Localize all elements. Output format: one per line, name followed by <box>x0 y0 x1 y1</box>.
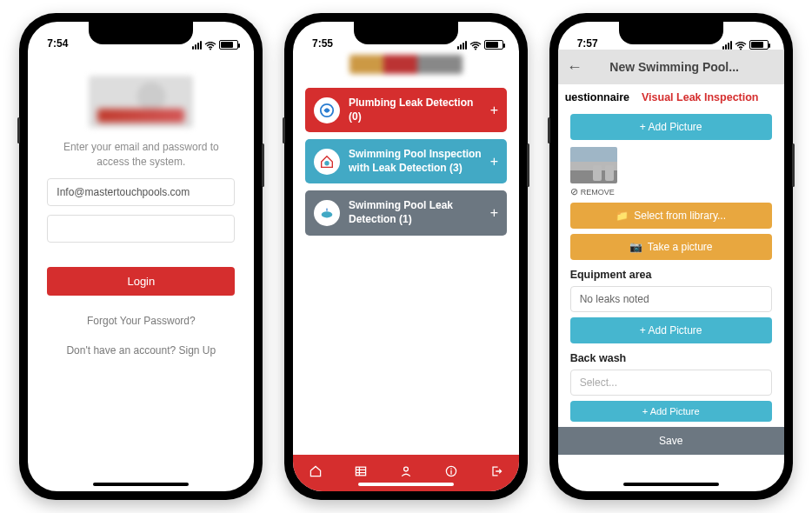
app-logo <box>89 76 193 128</box>
back-button[interactable]: ← <box>567 58 582 77</box>
svg-rect-5 <box>356 467 365 476</box>
folder-icon: 📁 <box>616 210 629 222</box>
plumbing-icon <box>314 97 340 123</box>
section-back-wash: Back wash <box>570 352 772 364</box>
app-logo <box>349 55 463 74</box>
plus-icon[interactable]: + <box>485 103 498 118</box>
nav-profile-icon[interactable] <box>399 464 413 482</box>
cellular-icon <box>457 41 467 50</box>
phone-2: 7:55 Plumbing Leak Detection (0) + Swimm… <box>284 13 528 500</box>
cellular-icon <box>722 41 732 50</box>
nav-info-icon[interactable] <box>444 464 458 482</box>
svg-point-6 <box>404 467 409 471</box>
category-label: Swimming Pool Leak Detection (1) <box>349 199 485 226</box>
select-library-button[interactable]: 📁 Select from library... <box>570 203 772 229</box>
remove-icon: ⊘ <box>570 186 578 197</box>
page-header: ← New Swimming Pool... <box>558 50 784 84</box>
wifi-icon <box>204 41 216 50</box>
nav-logout-icon[interactable] <box>489 464 503 482</box>
signup-link[interactable]: Don't have an account? Sign Up <box>28 344 254 356</box>
home-indicator[interactable] <box>358 483 454 486</box>
battery-icon <box>749 40 769 50</box>
plus-icon[interactable]: + <box>485 154 498 170</box>
section-equipment-area: Equipment area <box>570 269 772 281</box>
pool-leak-icon <box>314 200 340 226</box>
page-title: New Swimming Pool... <box>609 60 756 74</box>
tab-questionnaire[interactable]: uestionnaire <box>565 91 629 103</box>
home-indicator[interactable] <box>623 483 719 486</box>
wifi-icon <box>469 41 482 50</box>
phone-1: 7:54 Enter your email and password to ac… <box>19 13 263 500</box>
notch <box>354 22 458 44</box>
nav-list-icon[interactable] <box>354 464 368 482</box>
svg-point-4 <box>322 211 333 217</box>
add-picture-backwash-button[interactable]: + Add Picture <box>570 401 772 422</box>
clock: 7:55 <box>312 37 333 50</box>
email-field[interactable]: Info@mastertouchpools.com <box>47 178 235 206</box>
category-label: Plumbing Leak Detection (0) <box>349 97 485 123</box>
add-picture-equipment-button[interactable]: + Add Picture <box>570 317 772 343</box>
svg-point-3 <box>324 161 329 165</box>
camera-icon: 📷 <box>629 241 642 253</box>
svg-point-0 <box>210 48 211 50</box>
photo-thumbnail[interactable] <box>570 147 617 183</box>
nav-home-icon[interactable] <box>309 464 323 482</box>
back-wash-select[interactable]: Select... <box>570 370 772 396</box>
battery-icon <box>219 40 238 50</box>
clock: 7:57 <box>577 37 598 50</box>
forgot-password-link[interactable]: Forgot Your Password? <box>28 315 254 327</box>
category-label: Swimming Pool Inspection with Leak Detec… <box>349 148 485 175</box>
login-instructions: Enter your email and password to access … <box>28 140 254 170</box>
cellular-icon <box>192 41 202 50</box>
category-pool-leak[interactable]: Swimming Pool Leak Detection (1) + <box>305 190 507 235</box>
svg-point-8 <box>740 48 742 50</box>
tab-bar: uestionnaire Visual Leak Inspection <box>558 84 784 109</box>
remove-photo-button[interactable]: ⊘ REMOVE <box>570 186 772 197</box>
password-field[interactable] <box>47 215 235 243</box>
home-indicator[interactable] <box>93 483 189 486</box>
phone-3: 7:57 ← New Swimming Pool... uestionnaire… <box>549 13 793 500</box>
equipment-area-input[interactable]: No leaks noted <box>570 286 772 312</box>
save-button[interactable]: Save <box>558 427 784 455</box>
category-pool-inspection[interactable]: Swimming Pool Inspection with Leak Detec… <box>305 139 507 183</box>
notch <box>619 22 723 44</box>
tab-visual-leak[interactable]: Visual Leak Inspection <box>642 91 759 103</box>
add-picture-button[interactable]: + Add Picture <box>570 114 772 140</box>
notch <box>89 22 193 44</box>
wifi-icon <box>735 41 747 50</box>
clock: 7:54 <box>47 37 68 50</box>
plus-icon[interactable]: + <box>485 205 498 221</box>
battery-icon <box>484 40 503 50</box>
login-button[interactable]: Login <box>47 267 235 296</box>
svg-point-1 <box>475 48 476 50</box>
take-picture-button[interactable]: 📷 Take a picture <box>570 234 772 260</box>
category-plumbing[interactable]: Plumbing Leak Detection (0) + <box>305 88 507 132</box>
house-pool-icon <box>314 149 340 175</box>
